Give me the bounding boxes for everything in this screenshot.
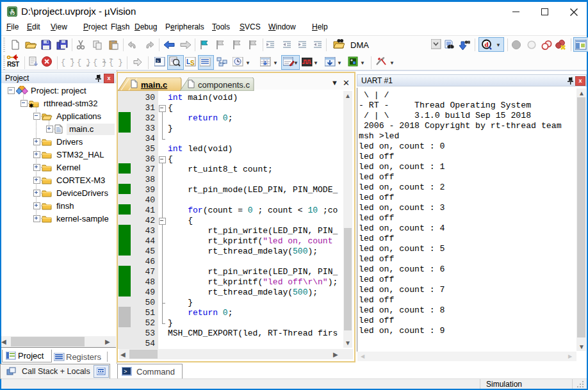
svg-text:{ }: { } — [77, 58, 90, 67]
svg-text:d: d — [484, 40, 488, 48]
svg-text:S: S — [190, 60, 195, 67]
svg-text:{ }: { } — [109, 58, 122, 67]
svg-text:>: > — [124, 369, 127, 375]
svg-text:{ }: { } — [61, 58, 74, 67]
svg-text:✱: ✱ — [29, 102, 34, 108]
svg-text:{ }: { } — [93, 58, 106, 67]
svg-text:RST: RST — [7, 61, 19, 68]
svg-text:V5: V5 — [10, 11, 15, 15]
svg-text:>: > — [156, 59, 159, 64]
